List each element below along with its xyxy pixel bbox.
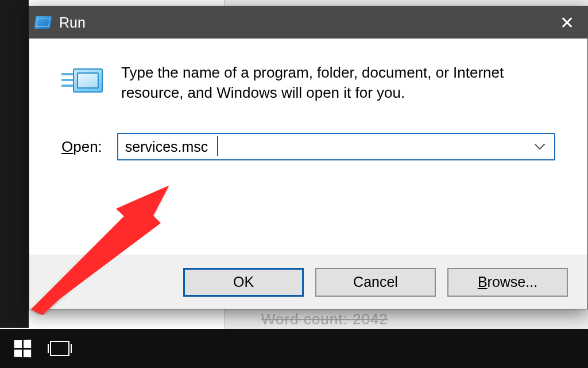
ok-button[interactable]: OK: [183, 268, 304, 297]
dialog-title: Run: [59, 14, 86, 31]
browse-button[interactable]: Browse...: [447, 268, 568, 297]
task-view-icon: [50, 341, 69, 356]
titlebar[interactable]: Run ✕: [29, 6, 587, 39]
windows-logo-icon: [14, 340, 31, 358]
run-large-icon: [61, 65, 103, 97]
text-cursor: [217, 136, 218, 156]
run-dialog: Run ✕ Type the name of a program, folder…: [29, 6, 588, 309]
start-button[interactable]: [2, 329, 42, 368]
close-icon: ✕: [560, 13, 574, 33]
open-combobox[interactable]: [117, 133, 555, 160]
background-partial-text: Word count: 2042: [261, 310, 388, 328]
cancel-button[interactable]: Cancel: [315, 268, 436, 297]
task-view-button[interactable]: [42, 329, 77, 368]
taskbar[interactable]: [0, 329, 588, 368]
run-icon: [34, 16, 52, 29]
dark-side-strip: [0, 0, 29, 328]
button-row: OK Cancel Browse...: [29, 255, 587, 309]
input-row: Open:: [61, 133, 555, 160]
description-row: Type the name of a program, folder, docu…: [61, 63, 555, 103]
dialog-body: Type the name of a program, folder, docu…: [29, 39, 587, 255]
dialog-description: Type the name of a program, folder, docu…: [121, 63, 555, 103]
open-input[interactable]: [125, 139, 547, 155]
open-label: Open:: [61, 138, 102, 156]
close-button[interactable]: ✕: [546, 6, 587, 39]
